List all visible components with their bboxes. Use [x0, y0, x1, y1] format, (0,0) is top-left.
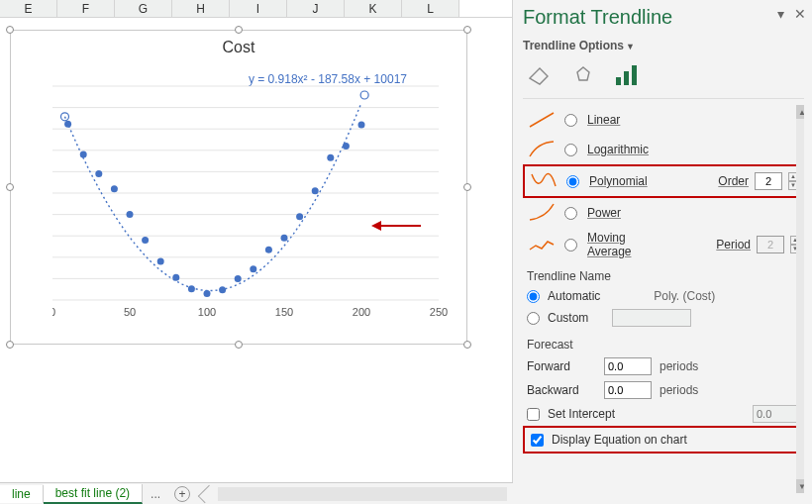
col-header[interactable]: E	[0, 0, 57, 17]
radio-logarithmic[interactable]	[564, 144, 577, 156]
automatic-label: Automatic	[548, 289, 600, 303]
logarithmic-label: Logarithmic	[587, 143, 649, 156]
chart-title[interactable]: Cost	[11, 39, 466, 56]
pane-title: Format Trendline	[523, 6, 804, 29]
col-header[interactable]: H	[172, 0, 230, 17]
forward-unit: periods	[660, 359, 698, 373]
logarithmic-icon	[528, 139, 556, 160]
sheet-tab-line[interactable]: line	[0, 485, 44, 503]
task-pane-options-icon[interactable]: ▾	[777, 6, 784, 22]
trendline-options-tab-icon[interactable]	[610, 60, 644, 90]
resize-handle[interactable]	[6, 26, 14, 34]
svg-rect-52	[624, 71, 629, 85]
resize-handle[interactable]	[463, 26, 471, 34]
radio-polynomial[interactable]	[566, 175, 579, 188]
svg-point-37	[204, 290, 211, 297]
svg-text:100: 100	[198, 306, 216, 318]
moving-average-label: MovingAverage	[587, 231, 631, 258]
backward-unit: periods	[660, 383, 698, 397]
col-header[interactable]: L	[402, 0, 459, 17]
chart-svg: 0100020003000400050006000700080009000100…	[52, 66, 449, 320]
svg-point-43	[296, 213, 303, 220]
effects-tab-icon[interactable]	[566, 60, 600, 90]
svg-point-28	[64, 121, 71, 128]
radio-moving-average[interactable]	[564, 239, 577, 252]
resize-handle[interactable]	[235, 341, 243, 349]
svg-marker-50	[577, 67, 589, 80]
resize-handle[interactable]	[235, 26, 243, 34]
tab-overflow[interactable]: ...	[143, 485, 168, 503]
svg-point-44	[312, 187, 319, 194]
trendline-type-linear[interactable]: Linear	[523, 105, 804, 135]
trendline-type-power[interactable]: Power	[523, 198, 804, 228]
svg-rect-53	[632, 65, 637, 85]
radio-auto-name[interactable]	[527, 290, 540, 303]
svg-point-42	[281, 235, 288, 242]
trendline-options-dropdown[interactable]: Trendline Options▼	[523, 39, 804, 52]
tab-scroll-left-icon[interactable]	[198, 484, 216, 502]
polynomial-label: Polynomial	[589, 174, 648, 188]
display-equation-row[interactable]: Display Equation on chart	[523, 426, 804, 454]
add-sheet-button[interactable]: +	[174, 486, 190, 502]
sheet-tab-best-fit[interactable]: best fit line (2)	[44, 484, 143, 504]
svg-point-48	[60, 113, 68, 121]
scroll-up-icon[interactable]: ▲	[796, 105, 804, 119]
radio-linear[interactable]	[564, 114, 577, 127]
svg-point-36	[188, 285, 195, 292]
intercept-input	[753, 405, 800, 423]
radio-power[interactable]	[564, 207, 577, 220]
trendline-type-polynomial[interactable]: Polynomial Order ▲▼	[523, 164, 804, 198]
close-icon[interactable]: ✕	[794, 6, 806, 22]
resize-handle[interactable]	[6, 183, 14, 191]
power-icon	[528, 202, 556, 224]
svg-text:200: 200	[353, 306, 370, 318]
order-label: Order	[718, 174, 749, 188]
svg-point-40	[250, 265, 256, 272]
checkbox-set-intercept[interactable]	[527, 408, 540, 421]
fill-line-tab-icon[interactable]	[523, 60, 557, 90]
set-intercept-row[interactable]: Set Intercept	[523, 402, 804, 426]
annotation-arrow-icon	[379, 225, 421, 227]
vertical-scrollbar[interactable]: ▲ ▼	[796, 105, 804, 493]
resize-handle[interactable]	[6, 341, 14, 349]
svg-point-35	[172, 274, 179, 281]
checkbox-display-equation[interactable]	[531, 434, 544, 447]
svg-point-30	[95, 170, 102, 177]
linear-icon	[528, 109, 556, 131]
col-header[interactable]: F	[57, 0, 115, 17]
name-automatic[interactable]: Automatic Poly. (Cost)	[523, 286, 804, 306]
trendline-type-moving-average[interactable]: MovingAverage Period ▲▼	[523, 228, 804, 261]
chart-container[interactable]: Cost y = 0.918x² - 187.58x + 10017 01000…	[10, 30, 467, 345]
radio-custom-name[interactable]	[527, 312, 540, 325]
svg-line-54	[530, 113, 554, 127]
svg-text:250: 250	[430, 306, 448, 318]
col-header[interactable]: I	[230, 0, 287, 17]
svg-point-49	[360, 91, 368, 99]
svg-point-32	[127, 211, 134, 218]
order-input[interactable]	[755, 172, 782, 190]
name-custom[interactable]: Custom	[523, 306, 804, 330]
svg-point-39	[235, 275, 242, 282]
resize-handle[interactable]	[463, 341, 471, 349]
col-header[interactable]: J	[287, 0, 345, 17]
svg-rect-51	[616, 77, 621, 85]
horizontal-scrollbar[interactable]	[218, 487, 507, 501]
col-header[interactable]: K	[345, 0, 402, 17]
trendline-type-logarithmic[interactable]: Logarithmic	[523, 135, 804, 164]
resize-handle[interactable]	[463, 183, 471, 191]
col-header[interactable]: G	[115, 0, 172, 17]
svg-point-47	[358, 121, 365, 128]
svg-text:50: 50	[124, 306, 136, 318]
custom-label: Custom	[548, 311, 588, 325]
power-label: Power	[587, 206, 621, 220]
backward-input[interactable]	[604, 381, 652, 399]
forward-input[interactable]	[604, 357, 652, 375]
moving-average-icon	[528, 234, 556, 255]
scroll-down-icon[interactable]: ▼	[796, 479, 804, 493]
svg-point-46	[343, 143, 350, 150]
svg-point-41	[265, 247, 272, 253]
column-headers: E F G H I J K L	[0, 0, 512, 18]
svg-point-45	[327, 154, 334, 161]
plot-area[interactable]: 0100020003000400050006000700080009000100…	[52, 66, 449, 320]
format-trendline-pane: ▾ ✕ Format Trendline Trendline Options▼ …	[513, 0, 812, 504]
